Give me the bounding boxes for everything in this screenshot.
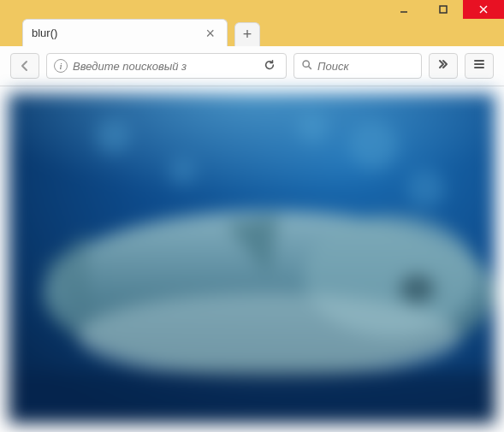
tab-title: blur(): [32, 27, 202, 39]
svg-point-11: [349, 121, 398, 170]
svg-point-15: [297, 112, 329, 144]
hamburger-icon: [472, 57, 486, 74]
toolbar: i: [0, 46, 504, 86]
info-icon[interactable]: i: [54, 59, 68, 73]
tab-close-icon[interactable]: ×: [202, 26, 218, 41]
blurred-image: [9, 93, 495, 423]
svg-line-5: [309, 67, 311, 69]
window-titlebar: [0, 0, 504, 19]
search-input[interactable]: [317, 60, 414, 73]
minimize-button[interactable]: [384, 0, 424, 19]
search-bar[interactable]: [294, 53, 422, 79]
menu-button[interactable]: [465, 53, 494, 79]
svg-point-13: [96, 119, 131, 154]
overflow-button[interactable]: [429, 53, 458, 79]
svg-point-12: [406, 169, 445, 208]
maximize-button[interactable]: [424, 0, 463, 19]
tab[interactable]: blur() ×: [22, 19, 228, 46]
svg-rect-1: [440, 6, 447, 13]
plus-icon: +: [243, 26, 252, 44]
browser-window: blur() × + i: [0, 0, 504, 432]
back-button[interactable]: [10, 53, 39, 79]
page-content: [0, 86, 504, 432]
url-input[interactable]: [73, 60, 255, 73]
new-tab-button[interactable]: +: [234, 22, 260, 46]
tab-row: blur() × +: [0, 19, 504, 46]
search-icon: [301, 58, 312, 74]
svg-point-20: [400, 275, 435, 303]
url-bar[interactable]: i: [46, 53, 287, 79]
chevron-double-right-icon: [436, 57, 450, 74]
svg-point-14: [169, 157, 197, 186]
svg-rect-19: [9, 371, 495, 423]
close-button[interactable]: [463, 0, 504, 19]
svg-point-18: [78, 293, 460, 381]
reload-button[interactable]: [260, 59, 279, 74]
